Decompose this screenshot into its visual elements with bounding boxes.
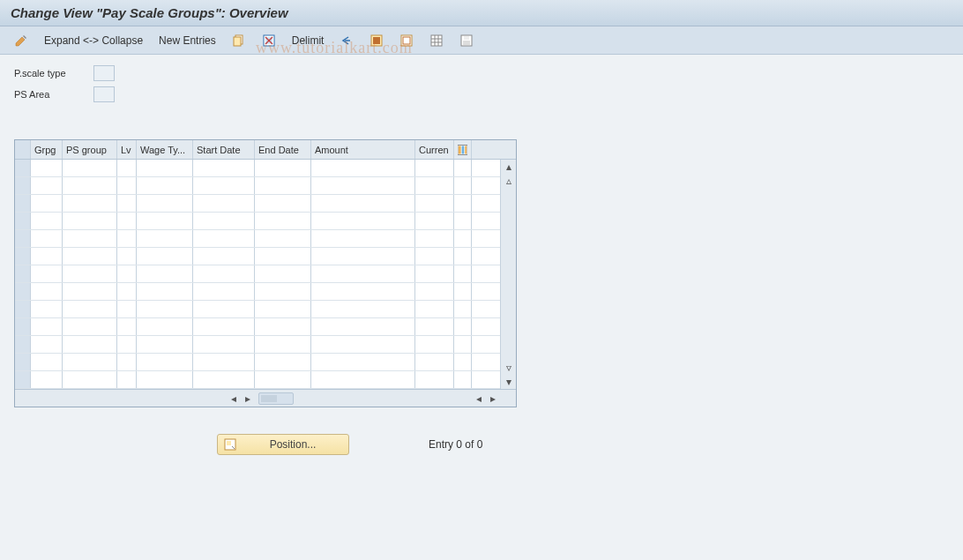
- table-cell[interactable]: [415, 336, 454, 353]
- table-col-selector[interactable]: [15, 140, 31, 159]
- table-cell[interactable]: [31, 265, 63, 282]
- table-cell[interactable]: [311, 265, 415, 282]
- table-cell[interactable]: [415, 354, 454, 370]
- table-cell[interactable]: [255, 160, 311, 176]
- table-cell[interactable]: [15, 230, 31, 247]
- table-cell[interactable]: [31, 371, 63, 388]
- hscroll-thumb[interactable]: [261, 395, 277, 402]
- table-cell[interactable]: [63, 354, 117, 370]
- table-row[interactable]: [15, 318, 500, 336]
- table-row[interactable]: [15, 283, 500, 301]
- table-cell[interactable]: [137, 336, 193, 353]
- table-cell[interactable]: [63, 248, 117, 265]
- pscale-type-input[interactable]: [93, 65, 115, 81]
- table-cell[interactable]: [137, 318, 193, 335]
- table-cell[interactable]: [117, 160, 137, 176]
- table-cell[interactable]: [137, 248, 193, 265]
- table-cell[interactable]: [117, 301, 137, 317]
- table-cell[interactable]: [193, 318, 255, 335]
- table-cell[interactable]: [15, 371, 31, 388]
- expand-collapse-button[interactable]: Expand <-> Collapse: [39, 31, 148, 50]
- table-cell[interactable]: [15, 248, 31, 265]
- table-cell[interactable]: [31, 195, 63, 212]
- delete-button[interactable]: [257, 31, 281, 50]
- table-cell[interactable]: [117, 248, 137, 265]
- table-cell[interactable]: [454, 265, 472, 282]
- table-row[interactable]: [15, 177, 500, 195]
- table-cell[interactable]: [15, 160, 31, 176]
- table-cell[interactable]: [31, 248, 63, 265]
- table-row[interactable]: [15, 213, 500, 230]
- table-cell[interactable]: [137, 265, 193, 282]
- table-cell[interactable]: [415, 371, 454, 388]
- table-cell[interactable]: [15, 283, 31, 300]
- table-cell[interactable]: [454, 160, 472, 176]
- scroll-left-end-icon[interactable]: ◂: [472, 392, 486, 406]
- table-cell[interactable]: [415, 213, 454, 229]
- select-all-button[interactable]: [364, 31, 389, 50]
- table-col-grpg[interactable]: Grpg: [31, 140, 63, 159]
- table-cell[interactable]: [193, 160, 255, 176]
- table-cell[interactable]: [15, 318, 31, 335]
- table-cell[interactable]: [193, 371, 255, 388]
- table-cell[interactable]: [415, 177, 454, 194]
- table-row[interactable]: [15, 248, 500, 265]
- table-cell[interactable]: [193, 195, 255, 212]
- table-cell[interactable]: [255, 371, 311, 388]
- ps-area-input[interactable]: [93, 86, 115, 102]
- table-cell[interactable]: [117, 283, 137, 300]
- table-cell[interactable]: [311, 371, 415, 388]
- table-cell[interactable]: [255, 301, 311, 317]
- print-button[interactable]: [454, 31, 479, 50]
- table-cell[interactable]: [454, 318, 472, 335]
- table-cell[interactable]: [454, 213, 472, 229]
- table-cell[interactable]: [311, 248, 415, 265]
- deselect-all-button[interactable]: [394, 31, 419, 50]
- table-cell[interactable]: [117, 371, 137, 388]
- table-settings-button-header[interactable]: [454, 140, 472, 159]
- table-cell[interactable]: [63, 318, 117, 335]
- table-cell[interactable]: [117, 265, 137, 282]
- table-cell[interactable]: [454, 336, 472, 353]
- table-cell[interactable]: [31, 301, 63, 317]
- scroll-left-icon[interactable]: ◂: [227, 392, 241, 406]
- table-cell[interactable]: [31, 177, 63, 194]
- table-cell[interactable]: [63, 371, 117, 388]
- table-cell[interactable]: [415, 248, 454, 265]
- table-cell[interactable]: [454, 301, 472, 317]
- table-row[interactable]: [15, 371, 500, 389]
- new-entries-button[interactable]: New Entries: [153, 31, 221, 50]
- table-col-lv[interactable]: Lv: [117, 140, 137, 159]
- table-col-enddate[interactable]: End Date: [255, 140, 311, 159]
- vertical-scrollbar[interactable]: ▴ ▵ ▿ ▾: [500, 160, 516, 389]
- pencil-button[interactable]: [9, 31, 34, 50]
- table-cell[interactable]: [415, 160, 454, 176]
- table-cell[interactable]: [15, 195, 31, 212]
- copy-button[interactable]: [227, 31, 251, 50]
- table-col-amount[interactable]: Amount: [311, 140, 415, 159]
- table-cell[interactable]: [311, 230, 415, 247]
- table-cell[interactable]: [117, 318, 137, 335]
- table-cell[interactable]: [137, 371, 193, 388]
- table-cell[interactable]: [311, 354, 415, 370]
- table-cell[interactable]: [255, 177, 311, 194]
- table-cell[interactable]: [31, 318, 63, 335]
- table-cell[interactable]: [454, 248, 472, 265]
- table-cell[interactable]: [454, 283, 472, 300]
- table-col-psgroup[interactable]: PS group: [63, 140, 117, 159]
- table-cell[interactable]: [15, 301, 31, 317]
- table-settings-button[interactable]: [424, 31, 449, 50]
- table-cell[interactable]: [454, 177, 472, 194]
- table-cell[interactable]: [15, 336, 31, 353]
- table-cell[interactable]: [255, 213, 311, 229]
- table-cell[interactable]: [137, 283, 193, 300]
- table-cell[interactable]: [311, 177, 415, 194]
- table-row[interactable]: [15, 195, 500, 213]
- table-cell[interactable]: [311, 336, 415, 353]
- table-cell[interactable]: [31, 283, 63, 300]
- table-cell[interactable]: [193, 230, 255, 247]
- table-cell[interactable]: [311, 213, 415, 229]
- table-cell[interactable]: [193, 301, 255, 317]
- table-cell[interactable]: [415, 301, 454, 317]
- table-cell[interactable]: [117, 336, 137, 353]
